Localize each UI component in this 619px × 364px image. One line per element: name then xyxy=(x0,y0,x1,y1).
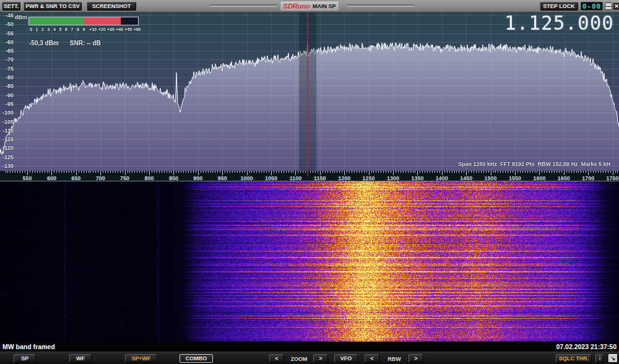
smeter-scale-label: 5 xyxy=(59,27,62,32)
smeter-scale-label: +10 xyxy=(89,27,97,32)
smeter-scale-label: +60 xyxy=(134,27,141,32)
rbw-decrease-button[interactable]: < xyxy=(365,354,379,363)
frequency-axis-labels: 5506006507007508008509009501000105011001… xyxy=(0,176,619,181)
window-title-panel: SDRuno MAIN SP xyxy=(280,1,339,11)
power-readout: -50,3 dBm xyxy=(29,40,59,46)
smeter-scale-label: 8 xyxy=(77,27,79,32)
frequency-tick-label: 1050 xyxy=(265,176,277,181)
dbm-tick-label: -65 xyxy=(0,48,14,54)
smeter-scale-label: 1 xyxy=(36,27,38,32)
frequency-tick-label: 950 xyxy=(218,176,227,181)
vfo-button[interactable]: VFO xyxy=(334,354,358,363)
screenshot-button[interactable]: SCREENSHOT xyxy=(87,2,136,11)
dbm-tick-label: -85 xyxy=(0,83,14,89)
smeter-scale-label: 9 xyxy=(83,27,85,32)
corner-arrow-icon[interactable]: ↘ xyxy=(608,354,618,363)
rbw-increase-button[interactable]: > xyxy=(409,354,423,363)
smeter-scale-label: 7 xyxy=(71,27,74,32)
wf-view-button[interactable]: WF xyxy=(69,354,92,363)
zoom-out-button[interactable]: < xyxy=(269,354,284,363)
smeter-red-segment xyxy=(84,17,121,25)
frequency-display: 1.125.000 xyxy=(504,11,614,34)
dbm-tick-label: -55 xyxy=(0,30,14,37)
sp-view-button[interactable]: SP xyxy=(14,354,36,363)
spectrum-panel: dBm -45-50-55-60-65-70-75-80-85-90-95-10… xyxy=(0,12,619,181)
minimize-button[interactable]: — xyxy=(605,2,612,10)
panel-title: MAIN SP xyxy=(313,3,336,9)
workspace-display: 0-00 xyxy=(581,2,603,11)
frequency-tick-label: 600 xyxy=(47,176,56,181)
smeter-green-segment xyxy=(29,17,84,25)
dbm-tick-label: -45 xyxy=(0,12,14,19)
dbm-tick-label: -120 xyxy=(0,145,14,151)
frequency-tick-label: 1400 xyxy=(436,176,448,181)
frequency-tick-label: 1000 xyxy=(241,176,253,181)
frequency-tick-label: 800 xyxy=(144,176,154,181)
status-message: MW band framed xyxy=(2,343,55,350)
frequency-tick-label: 900 xyxy=(193,176,202,181)
dbm-tick-label: -100 xyxy=(0,110,14,116)
smeter-scale-label: 4 xyxy=(53,27,56,32)
frequency-tick-label: 750 xyxy=(120,176,129,181)
waterfall-display[interactable] xyxy=(0,181,619,342)
info-button[interactable]: i xyxy=(595,354,604,363)
dbm-tick-label: -95 xyxy=(0,101,14,107)
dbm-tick-label: -90 xyxy=(0,92,14,98)
settings-button[interactable]: SETT. xyxy=(2,2,20,11)
frequency-tick-label: 1200 xyxy=(338,176,350,181)
frequency-ruler[interactable] xyxy=(0,171,619,176)
sp-wf-view-button[interactable]: SP+WF xyxy=(125,354,157,363)
dbm-tick-label: -115 xyxy=(0,136,14,142)
smeter-scale-label: +20 xyxy=(98,27,106,32)
snr-readout: SNR: -- dB xyxy=(70,40,101,46)
frequency-tick-label: 1100 xyxy=(290,176,302,181)
frequency-tick-label: 650 xyxy=(71,176,80,181)
dbm-tick-label: -50 xyxy=(0,21,14,27)
combo-view-button[interactable]: COMBO xyxy=(180,354,213,363)
frequency-tick-label: 850 xyxy=(169,176,178,181)
span-info-text: Span 1250 kHz FFT 8192 Pts RBW 152,59 Hz… xyxy=(458,161,610,167)
smeter-scale-label: 2 xyxy=(41,27,44,32)
pwr-snr-csv-button[interactable]: PWR & SNR TO CSV xyxy=(24,2,82,11)
power-snr-readout: -50,3 dBmSNR: -- dB xyxy=(29,40,112,46)
frequency-tick-label: 1750 xyxy=(607,176,619,181)
spectrum-display[interactable] xyxy=(0,12,619,171)
sdruno-main-sp-window: SETT. PWR & SNR TO CSV SCREENSHOT SDRuno… xyxy=(0,0,619,364)
smeter-scale-label: 3 xyxy=(48,27,50,32)
frequency-tick-label: 1500 xyxy=(485,176,497,181)
frequency-tick-label: 1350 xyxy=(411,176,423,181)
smeter-bar xyxy=(28,17,139,25)
status-bar: MW band framed 07.02.2023 21:37:50 xyxy=(0,342,619,352)
smeter-scale-label: +30 xyxy=(107,27,115,32)
smeter-scale-label: +40 xyxy=(116,27,123,32)
frequency-tick-label: 1550 xyxy=(509,176,521,181)
frequency-tick-label: 1250 xyxy=(363,176,375,181)
toolbar-groove-right xyxy=(347,4,415,7)
frequency-tick-label: 550 xyxy=(22,176,32,181)
toolbar-groove-left xyxy=(209,4,277,7)
dbm-tick-label: -80 xyxy=(0,74,14,80)
datetime-display: 07.02.2023 21:37:50 xyxy=(556,343,617,350)
frequency-tick-label: 1450 xyxy=(460,176,472,181)
zoom-in-button[interactable]: > xyxy=(313,354,328,363)
dbm-tick-label: -110 xyxy=(0,128,14,134)
frequency-tick-label: 700 xyxy=(96,176,105,181)
frequency-tick-label: 1700 xyxy=(582,176,594,181)
close-button[interactable]: ✕ xyxy=(613,2,619,10)
smeter-scale-label: +50 xyxy=(125,27,132,32)
dbm-tick-label: -130 xyxy=(0,163,14,169)
frequency-tick-label: 1650 xyxy=(558,176,570,181)
frequency-tick-label: 1150 xyxy=(314,176,326,181)
dbm-tick-label: -60 xyxy=(0,39,14,45)
dbm-unit-label: dBm xyxy=(15,14,27,20)
zoom-label: ZOOM xyxy=(286,356,312,362)
frequency-tick-label: 1300 xyxy=(387,176,399,181)
dbm-tick-label: -70 xyxy=(0,56,14,63)
dbm-tick-label: -75 xyxy=(0,66,14,72)
bottom-toolbar: SP WF SP+WF COMBO < ZOOM > VFO < RBW > S… xyxy=(0,352,619,364)
step-lock-button[interactable]: STEP LOCK xyxy=(540,2,578,11)
dbm-tick-label: -125 xyxy=(0,154,14,160)
rbw-label: RBW xyxy=(381,356,407,362)
dbm-tick-label: -105 xyxy=(0,119,14,125)
squelch-threshold-button[interactable]: SQLC THR. xyxy=(556,354,592,363)
